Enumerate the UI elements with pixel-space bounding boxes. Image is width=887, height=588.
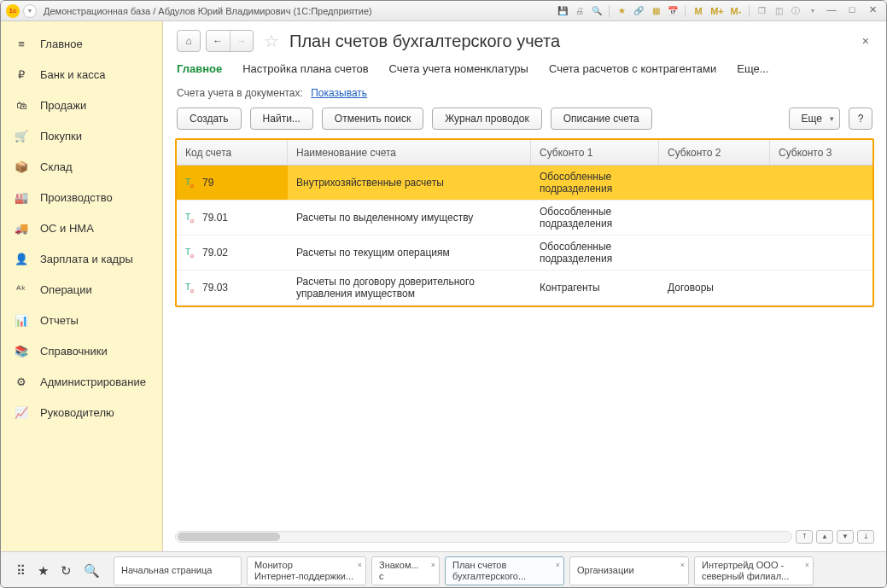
bottom-tab-1[interactable]: МониторИнтернет-поддержки...× <box>247 556 366 585</box>
th-sub2[interactable]: Субконто 2 <box>659 140 770 165</box>
sidebar-item-2[interactable]: 🛍Продажи <box>1 90 162 120</box>
sidebar-item-12[interactable]: 📈Руководителю <box>1 397 162 428</box>
sidebar-item-label: Справочники <box>40 345 108 358</box>
m-icon[interactable]: M <box>691 4 706 18</box>
sidebar-item-11[interactable]: ⚙Администрирование <box>1 366 162 397</box>
scroll-bottom-icon[interactable]: ⤓ <box>857 530 874 544</box>
tab-close-icon[interactable]: × <box>431 560 435 571</box>
journal-button[interactable]: Журнал проводок <box>432 108 542 130</box>
home-button[interactable]: ⌂ <box>177 30 201 52</box>
sidebar-item-0[interactable]: ≡Главное <box>1 28 162 59</box>
table-row[interactable]: Tо79.03Расчеты по договору доверительног… <box>177 271 872 306</box>
bottom-tab-2[interactable]: Знаком...с× <box>371 556 440 585</box>
tab-close-icon[interactable]: × <box>358 560 362 571</box>
cell-sub1: Обособленные подразделения <box>531 236 659 270</box>
forward-icon[interactable]: → <box>231 31 254 51</box>
tab-close-icon[interactable]: × <box>556 560 560 571</box>
subtab-3[interactable]: Счета расчетов с контрагентами <box>549 62 716 75</box>
cell-sub2 <box>659 166 770 200</box>
th-code[interactable]: Код счета <box>177 140 288 165</box>
m-plus-icon[interactable]: M+ <box>709 4 725 18</box>
description-button[interactable]: Описание счета <box>551 108 652 130</box>
scrollbar-track[interactable] <box>175 531 792 543</box>
bottom-tab-5[interactable]: Интертрейд ООО -северный филиал...× <box>694 556 814 585</box>
info-drop-icon[interactable]: ▼ <box>806 4 820 18</box>
link-icon[interactable]: 🔗 <box>632 4 645 18</box>
scroll-down-icon[interactable]: ▼ <box>837 530 854 544</box>
print-icon[interactable]: 🖨 <box>573 4 586 18</box>
panel-icon[interactable]: ◫ <box>772 4 785 18</box>
btab-line2: Интернет-поддержки... <box>254 571 359 582</box>
tab-close-icon[interactable]: × <box>805 560 809 571</box>
m-minus-icon[interactable]: M- <box>728 4 744 18</box>
sidebar-item-7[interactable]: 👤Зарплата и кадры <box>1 243 162 274</box>
favorite-icon[interactable]: ★ <box>615 4 628 18</box>
subtabs: ГлавноеНастройка плана счетовСчета учета… <box>163 55 886 84</box>
table-row[interactable]: Tо79.02Расчеты по текущим операциямОбосо… <box>177 236 872 271</box>
apps-icon[interactable]: ⠿ <box>16 563 26 579</box>
back-icon[interactable]: ← <box>207 31 231 51</box>
tab-close-icon[interactable]: × <box>680 560 685 571</box>
cell-sub1: Обособленные подразделения <box>531 201 659 235</box>
calc-icon[interactable]: ▦ <box>649 4 662 18</box>
find-button[interactable]: Найти... <box>250 108 313 130</box>
fav-icon[interactable]: ★ <box>38 563 49 579</box>
sidebar-item-1[interactable]: ₽Банк и касса <box>1 59 162 90</box>
sidebar-icon: 📈 <box>15 405 28 419</box>
create-button[interactable]: Создать <box>177 108 242 130</box>
sidebar-item-label: Продажи <box>40 99 86 112</box>
table-row[interactable]: Tо79.01Расчеты по выделенному имуществуО… <box>177 201 872 236</box>
sidebar-item-3[interactable]: 🛒Покупки <box>1 120 162 151</box>
table-row[interactable]: Tо79Внутрихозяйственные расчетыОбособлен… <box>177 166 872 201</box>
titlebar-dropdown-icon[interactable]: ▼ <box>23 4 37 18</box>
th-name[interactable]: Наименование счета <box>288 140 531 165</box>
history-icon[interactable]: ↻ <box>61 563 72 579</box>
sidebar-item-9[interactable]: 📊Отчеты <box>1 305 162 335</box>
windows-icon[interactable]: ❐ <box>755 4 768 18</box>
search-icon[interactable]: 🔍 <box>84 563 100 579</box>
bottom-tab-3[interactable]: План счетовбухгалтерского...× <box>445 556 564 585</box>
cancel-find-button[interactable]: Отменить поиск <box>322 108 423 130</box>
cell-name: Расчеты по выделенному имуществу <box>288 201 531 235</box>
calendar-icon[interactable]: 📅 <box>666 4 680 18</box>
subtab-2[interactable]: Счета учета номенклатуры <box>389 62 528 75</box>
bottom-tab-0[interactable]: Начальная страница <box>114 556 242 585</box>
accounts-table: Код счета Наименование счета Субконто 1 … <box>175 138 874 307</box>
cell-sub3 <box>770 236 872 270</box>
close-window-button[interactable]: ✕ <box>864 4 881 18</box>
btab-line1: Монитор <box>254 560 359 571</box>
th-sub3[interactable]: Субконто 3 <box>770 140 872 165</box>
preview-icon[interactable]: 🔍 <box>590 4 604 18</box>
scroll-up-icon[interactable]: ▲ <box>816 530 833 544</box>
maximize-button[interactable]: □ <box>843 4 861 18</box>
subtab-0[interactable]: Главное <box>177 62 222 75</box>
info-icon[interactable]: ⓘ <box>789 4 802 18</box>
subtab-4[interactable]: Еще... <box>737 62 768 75</box>
save-icon[interactable]: 💾 <box>556 4 569 18</box>
subtab-1[interactable]: Настройка плана счетов <box>242 62 368 75</box>
main-content: ⌂ ←→ ☆ План счетов бухгалтерского учета … <box>163 21 886 551</box>
btab-line2: северный филиал... <box>702 571 806 582</box>
close-page-button[interactable]: × <box>859 31 872 51</box>
star-icon[interactable]: ☆ <box>264 31 279 51</box>
sidebar-icon: 📦 <box>15 160 28 173</box>
info-line: Счета учета в документах: Показывать <box>163 84 886 108</box>
sidebar-item-5[interactable]: 🏭Производство <box>1 182 162 212</box>
th-sub1[interactable]: Субконто 1 <box>531 140 659 165</box>
minimize-button[interactable]: — <box>823 4 840 18</box>
more-button[interactable]: Еще <box>789 108 840 130</box>
infoline-link[interactable]: Показывать <box>311 87 367 99</box>
scrollbar-thumb[interactable] <box>178 533 280 541</box>
sidebar-item-10[interactable]: 📚Справочники <box>1 335 162 366</box>
sidebar-item-8[interactable]: ᴬᵏОперации <box>1 274 162 305</box>
help-button[interactable]: ? <box>849 108 872 130</box>
sidebar-item-label: Главное <box>40 38 83 50</box>
nav-back-forward[interactable]: ←→ <box>206 30 254 52</box>
scroll-top-icon[interactable]: ⤒ <box>796 530 813 544</box>
sidebar-item-label: Покупки <box>40 130 82 143</box>
sidebar-item-6[interactable]: 🚚ОС и НМА <box>1 212 162 243</box>
sidebar-item-4[interactable]: 📦Склад <box>1 151 162 182</box>
bottom-tab-4[interactable]: Организации× <box>569 556 689 585</box>
cell-sub2 <box>659 201 770 235</box>
cell-code: 79.03 <box>202 282 228 294</box>
